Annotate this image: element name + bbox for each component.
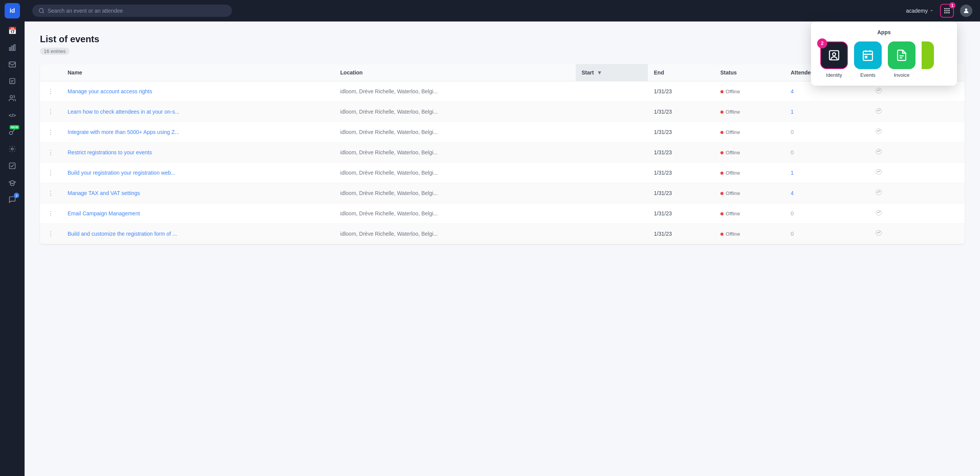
event-name-cell: Manage TAX and VAT settings xyxy=(61,183,334,203)
event-name-link[interactable]: Build your registration your registratio… xyxy=(68,170,175,176)
new-badge: NEW xyxy=(10,125,19,129)
attendees-cell: 4 xyxy=(785,183,869,203)
status-badge: Offline xyxy=(720,170,740,176)
event-name-cell: Manage your account access rights xyxy=(61,81,334,102)
more-details-icon[interactable] xyxy=(875,89,882,96)
sidebar-item-users[interactable] xyxy=(5,91,20,106)
sidebar-item-email[interactable] xyxy=(5,57,20,72)
sidebar-item-settings[interactable] xyxy=(5,141,20,157)
status-badge: Offline xyxy=(720,89,740,94)
location-cell: idloom, Drève Richelle, Waterloo, Belgi.… xyxy=(334,142,575,163)
row-menu-icon[interactable]: ⋮ xyxy=(46,229,55,239)
sidebar-item-checklist[interactable] xyxy=(5,158,20,174)
events-icon xyxy=(854,41,882,69)
location-text: idloom, Drève Richelle, Waterloo, Belgi.… xyxy=(340,88,438,94)
more-details-icon[interactable] xyxy=(875,150,882,157)
attendees-count: 0 xyxy=(791,129,794,135)
row-menu-cell: ⋮ xyxy=(40,142,61,163)
sidebar-item-calendar[interactable]: 📅 xyxy=(5,23,20,38)
more-details-icon[interactable] xyxy=(875,231,882,238)
svg-rect-13 xyxy=(947,10,948,12)
row-menu-cell: ⋮ xyxy=(40,183,61,203)
location-text: idloom, Drève Richelle, Waterloo, Belgi.… xyxy=(340,231,438,237)
status-badge: Offline xyxy=(720,211,740,217)
event-name-link[interactable]: Integrate with more than 5000+ Apps usin… xyxy=(68,129,179,135)
status-dot xyxy=(720,172,723,175)
svg-point-18 xyxy=(965,8,967,11)
row-menu-icon[interactable]: ⋮ xyxy=(46,209,55,218)
sidebar-item-code[interactable]: </> xyxy=(5,107,20,123)
start-cell xyxy=(576,224,648,244)
status-cell: Offline xyxy=(714,183,785,203)
sidebar-item-book[interactable] xyxy=(5,74,20,89)
more-details-icon[interactable] xyxy=(875,130,882,136)
event-name-link[interactable]: Learn how to check attendees in at your … xyxy=(68,109,179,115)
svg-rect-22 xyxy=(865,56,867,58)
location-text: idloom, Drève Richelle, Waterloo, Belgi.… xyxy=(340,190,438,196)
location-cell: idloom, Drève Richelle, Waterloo, Belgi.… xyxy=(334,81,575,102)
event-name-link[interactable]: Manage your account access rights xyxy=(68,88,152,94)
sidebar-item-graduation[interactable] xyxy=(5,175,20,190)
app-item-partial[interactable] xyxy=(922,41,934,78)
more-details-icon[interactable] xyxy=(875,191,882,197)
event-name-cell: Restrict registrations to your events xyxy=(61,142,334,163)
event-name-link[interactable]: Restrict registrations to your events xyxy=(68,149,152,155)
event-name-link[interactable]: Build and customize the registration for… xyxy=(68,231,177,237)
apps-grid-button[interactable]: 1 xyxy=(940,4,954,18)
svg-point-4 xyxy=(10,96,13,98)
status-dot xyxy=(720,233,723,236)
location-cell: idloom, Drève Richelle, Waterloo, Belgi.… xyxy=(334,163,575,183)
location-cell: idloom, Drève Richelle, Waterloo, Belgi.… xyxy=(334,203,575,224)
row-menu-icon[interactable]: ⋮ xyxy=(46,188,55,198)
start-cell xyxy=(576,183,648,203)
table-row: ⋮ Manage TAX and VAT settings idloom, Dr… xyxy=(40,183,965,203)
table-row: ⋮ Learn how to check attendees in at you… xyxy=(40,102,965,122)
table-row: ⋮ Integrate with more than 5000+ Apps us… xyxy=(40,122,965,142)
svg-point-20 xyxy=(833,53,836,56)
svg-rect-17 xyxy=(949,12,950,13)
col-name: Name xyxy=(61,64,334,81)
topbar-right: academy 1 xyxy=(906,4,972,18)
more-details-icon[interactable] xyxy=(875,109,882,116)
svg-rect-15 xyxy=(944,12,945,13)
row-menu-icon[interactable]: ⋮ xyxy=(46,127,55,137)
app-item-invoice[interactable]: Invoice xyxy=(888,41,915,78)
app-logo[interactable]: id xyxy=(5,3,20,18)
event-name-cell: Email Campaign Management xyxy=(61,203,334,224)
app-item-events[interactable]: Events xyxy=(854,41,882,78)
event-name-link[interactable]: Email Campaign Management xyxy=(68,210,140,217)
row-menu-cell: ⋮ xyxy=(40,122,61,142)
search-bar[interactable]: Search an event or an attendee xyxy=(32,5,232,17)
sidebar-item-chat[interactable]: 2 xyxy=(5,192,20,207)
sidebar-item-key[interactable]: NEW xyxy=(5,124,20,140)
more-details-icon[interactable] xyxy=(875,170,882,177)
table-row: ⋮ Build your registration your registrat… xyxy=(40,163,965,183)
end-cell: 1/31/23 xyxy=(648,122,714,142)
more-details-cell xyxy=(869,203,965,224)
attendees-count: 4 xyxy=(791,88,794,94)
attendees-count: 0 xyxy=(791,210,794,217)
user-avatar[interactable] xyxy=(960,5,972,17)
col-start[interactable]: Start ▼ xyxy=(576,64,648,81)
svg-rect-9 xyxy=(944,8,945,9)
event-name-link[interactable]: Manage TAX and VAT settings xyxy=(68,190,140,196)
app-item-identity[interactable]: 2 Identity xyxy=(820,41,848,78)
row-menu-icon[interactable]: ⋮ xyxy=(46,107,55,117)
identity-label: Identity xyxy=(826,72,842,78)
attendees-count: 1 xyxy=(791,170,794,176)
location-text: idloom, Drève Richelle, Waterloo, Belgi.… xyxy=(340,210,438,217)
end-cell: 1/31/23 xyxy=(648,163,714,183)
status-badge: Offline xyxy=(720,150,740,155)
status-cell: Offline xyxy=(714,102,785,122)
attendees-cell: 0 xyxy=(785,203,869,224)
more-details-icon[interactable] xyxy=(875,211,882,218)
academy-label[interactable]: academy xyxy=(906,8,934,14)
apps-dropdown-title: Apps xyxy=(820,29,948,35)
row-menu-icon[interactable]: ⋮ xyxy=(46,168,55,178)
row-menu-icon[interactable]: ⋮ xyxy=(46,148,55,157)
row-menu-icon[interactable]: ⋮ xyxy=(46,87,55,96)
end-cell: 1/31/23 xyxy=(648,183,714,203)
event-name-cell: Build your registration your registratio… xyxy=(61,163,334,183)
apps-grid: 2 Identity Events Invoice xyxy=(820,41,948,78)
sidebar-item-chart[interactable] xyxy=(5,40,20,55)
